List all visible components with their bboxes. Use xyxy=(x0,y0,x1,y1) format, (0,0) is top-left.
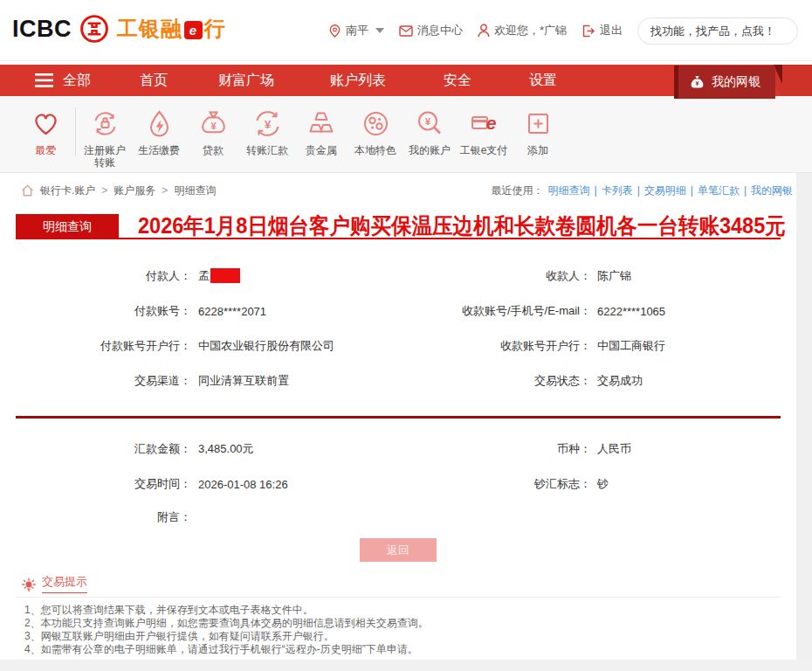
recent-link-detail-query[interactable]: 明细查询 xyxy=(548,183,590,198)
channel-label: 交易渠道： xyxy=(16,373,191,389)
quick-item-label: 添加 xyxy=(527,144,548,156)
quick-item-label: 生活缴费 xyxy=(138,144,180,156)
recent-link-my-ebank[interactable]: 我的网银 xyxy=(751,183,793,198)
payer-value: 孟 xyxy=(198,268,240,284)
quick-item-precious-metal[interactable]: 贵金属 xyxy=(294,107,348,156)
transaction-amount-section: 汇款金额： 3,485.00元 币种： 人民币 交易时间： 2026-01-08… xyxy=(16,432,781,533)
money-bag-icon: ¥ xyxy=(689,74,705,91)
quick-item-epay[interactable]: e 工银e支付 xyxy=(457,107,511,156)
breadcrumb-separator: > xyxy=(101,184,107,197)
form-row-payer-payee: 付款人： 孟 收款人： 陈广锦 xyxy=(16,259,781,294)
user-icon xyxy=(478,24,490,38)
payer-bank-value: 中国农业银行股份有限公司 xyxy=(198,338,334,354)
envelope-icon xyxy=(399,25,413,37)
quick-item-label: 我的账户 xyxy=(409,144,451,156)
menu-icon[interactable] xyxy=(35,73,53,87)
scrollbar-gutter[interactable] xyxy=(796,173,812,671)
quick-item-local-feature[interactable]: 本地特色 xyxy=(348,107,403,156)
recently-used: 最近使用： 明细查询 | 卡列表 | 交易明细 | 单笔汇款 | 我的网银 xyxy=(492,183,794,198)
precious-metal-icon xyxy=(306,107,338,140)
payee-label: 收款人： xyxy=(382,268,591,284)
heart-icon xyxy=(30,107,62,140)
quick-item-utility-payment[interactable]: 生活缴费 xyxy=(132,107,186,156)
tips-header: 交易提示 xyxy=(16,574,781,598)
payee-account-label: 收款账号/手机号/E-mail： xyxy=(382,303,591,319)
recently-used-label: 最近使用： xyxy=(492,183,544,198)
payer-bank-label: 付款账号开户行： xyxy=(16,338,191,354)
utility-payment-icon xyxy=(143,107,175,140)
quick-item-transfer-remit[interactable]: ¥ 转账汇款 xyxy=(240,107,294,156)
payer-account-label: 付款账号： xyxy=(16,303,191,319)
welcome-user[interactable]: 欢迎您，*广锦 xyxy=(478,23,567,38)
breadcrumb-item-bank-card-account[interactable]: 银行卡.账户 xyxy=(40,183,95,198)
quick-item-label: 转账汇款 xyxy=(246,144,288,156)
tip-item: 2、本功能只支持查询账户明细，如您需要查询具体交易的明细信息请到相关交易查询。 xyxy=(24,617,781,630)
svg-text:¥: ¥ xyxy=(424,116,430,127)
tab-detail-query[interactable]: 明细查询 xyxy=(16,214,119,239)
header-right: 南平 消息中心 欢迎您，*广锦 退出 xyxy=(328,0,798,61)
add-icon xyxy=(522,107,554,140)
nav-item-all[interactable]: 全部 xyxy=(63,65,91,96)
message-center-label: 消息中心 xyxy=(417,23,463,38)
welcome-label: 欢迎您，*广锦 xyxy=(494,23,567,38)
quick-item-label: 工银e支付 xyxy=(460,144,508,156)
my-account-icon: ¥ xyxy=(414,107,446,140)
breadcrumb-separator: > xyxy=(162,184,168,197)
link-separator: | xyxy=(744,184,747,197)
quick-item-add[interactable]: 添加 xyxy=(511,107,565,156)
icbc-logo-icon xyxy=(79,14,109,44)
breadcrumb-item-account-service[interactable]: 账户服务 xyxy=(114,183,155,198)
quick-item-register-transfer[interactable]: 注册账户转账 xyxy=(78,107,132,169)
form-row-channel-status: 交易渠道： 同业清算互联前置 交易状态： 交易成功 xyxy=(16,363,781,398)
tips-list: 1、您可以将查询结果下载，并保存到文本或电子表格文件中。 2、本功能只支持查询账… xyxy=(16,598,781,656)
nav-item-home[interactable]: 首页 xyxy=(140,65,168,96)
quick-item-label: 贵金属 xyxy=(306,144,337,156)
icbc-logo: ICBC 工银融 e 行 xyxy=(12,14,226,44)
nav-item-account-list[interactable]: 账户列表 xyxy=(330,65,386,96)
nav-item-security[interactable]: 安全 xyxy=(444,65,471,96)
transfer-remit-icon: ¥ xyxy=(251,107,284,140)
local-feature-icon xyxy=(360,107,392,140)
form-row-time-cashflag: 交易时间： 2026-01-08 16:26 钞汇标志： 钞 xyxy=(16,467,781,502)
location-selector[interactable]: 南平 xyxy=(328,23,384,38)
svg-text:e: e xyxy=(485,113,496,133)
recent-link-card-list[interactable]: 卡列表 xyxy=(602,183,633,198)
message-center-link[interactable]: 消息中心 xyxy=(399,23,463,38)
tip-item: 1、您可以将查询结果下载，并保存到文本或电子表格文件中。 xyxy=(24,604,781,617)
currency-label: 币种： xyxy=(382,441,591,457)
quick-item-favorites[interactable]: 最爱 xyxy=(21,107,70,156)
tip-item: 3、网银互联账户明细由开户银行提供，如有疑问请联系开户银行。 xyxy=(24,630,781,643)
icbc-epay-icon: e xyxy=(468,107,500,140)
page-bottom-strip xyxy=(0,660,812,671)
cash-flag-value: 钞 xyxy=(597,476,609,492)
memo-label: 附言： xyxy=(16,509,191,525)
back-button[interactable]: 返回 xyxy=(360,538,437,562)
quick-item-loan[interactable]: ¥ 贷款 xyxy=(186,107,240,156)
brand-left: 工银融 xyxy=(117,15,182,43)
search-box[interactable] xyxy=(637,17,798,45)
my-ebank-label: 我的网银 xyxy=(712,74,760,90)
svg-text:¥: ¥ xyxy=(264,118,271,131)
form-row-accounts: 付款账号： 6228****2071 收款账号/手机号/E-mail： 6222… xyxy=(16,294,781,329)
brand-e-badge: e xyxy=(184,21,203,39)
my-ebank-ribbon[interactable]: ¥ 我的网银 xyxy=(674,66,775,99)
nav-item-wealth-plaza[interactable]: 财富广场 xyxy=(218,65,274,96)
home-icon[interactable] xyxy=(21,184,34,197)
breadcrumb-item-detail-query[interactable]: 明细查询 xyxy=(174,183,216,198)
tips-title: 交易提示 xyxy=(42,574,87,593)
logout-button[interactable]: 退出 xyxy=(581,23,623,38)
recent-link-single-remit[interactable]: 单笔汇款 xyxy=(698,183,740,198)
nav-item-settings[interactable]: 设置 xyxy=(529,65,557,96)
form-row-memo: 附言： xyxy=(16,502,781,533)
transaction-banner-text: 2026年1月8日烟台客户购买保温压边机和长款卷圆机各一台转账3485元 xyxy=(138,211,786,240)
recent-link-transaction-detail[interactable]: 交易明细 xyxy=(644,183,686,198)
payer-account-value: 6228****2071 xyxy=(198,305,266,318)
payer-label: 付款人： xyxy=(16,268,191,284)
quick-item-my-account[interactable]: ¥ 我的账户 xyxy=(403,107,457,156)
chevron-down-icon xyxy=(375,28,384,33)
quick-item-label: 最爱 xyxy=(35,144,56,156)
panel-title-row: 明细查询 2026年1月8日烟台客户购买保温压边机和长款卷圆机各一台转账3485… xyxy=(16,213,781,239)
quick-item-label: 贷款 xyxy=(203,144,224,156)
search-input[interactable] xyxy=(650,24,804,38)
payee-bank-label: 收款账号开户行： xyxy=(382,338,591,354)
